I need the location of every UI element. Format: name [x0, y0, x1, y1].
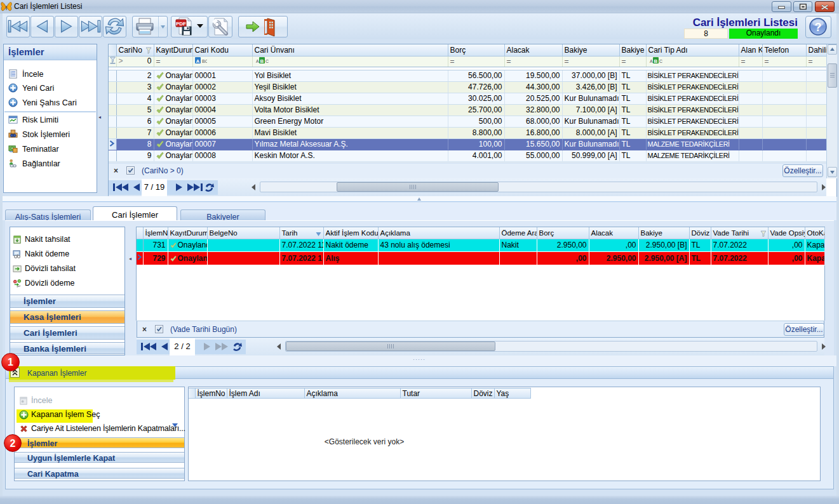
svg-text:PDF: PDF: [176, 21, 186, 27]
svg-text:?: ?: [815, 21, 822, 34]
